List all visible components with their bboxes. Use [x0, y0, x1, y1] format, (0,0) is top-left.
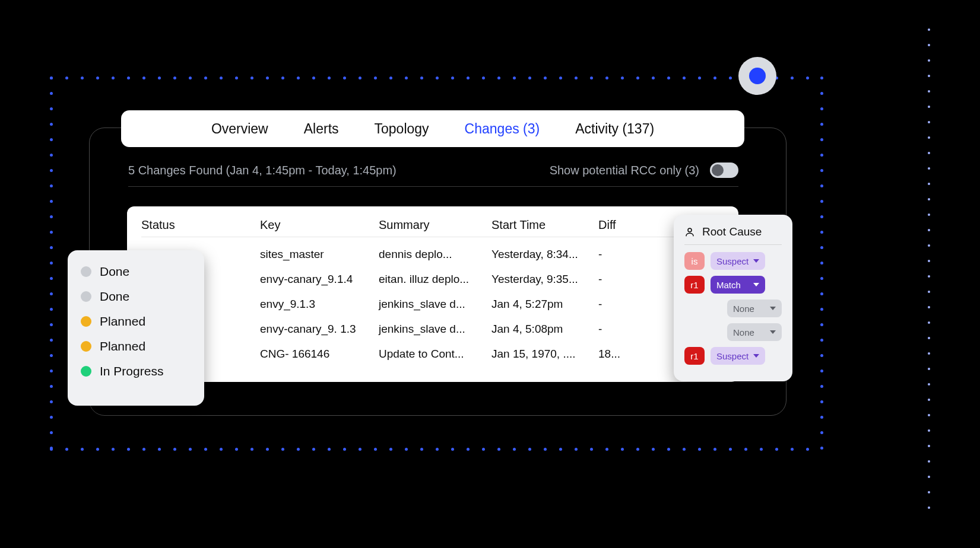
root-cause-panel: Root Cause isSuspectr1MatchNoneNoner1Sus… [674, 215, 792, 381]
cell-diff: - [598, 248, 646, 261]
table-row[interactable]: envy-canary_9. 1.3jenkins_slave d...Jan … [141, 317, 724, 342]
cell-diff: - [598, 273, 646, 286]
col-start-time: Start Time [491, 218, 598, 232]
cell-summary: jenkins_slave d... [379, 298, 491, 311]
table-row[interactable]: sites_masterdennis deplo...Yesterday, 8:… [141, 242, 724, 267]
tab-activity[interactable]: Activity (137) [575, 121, 654, 137]
changes-found-text: 5 Changes Found (Jan 4, 1:45pm - Today, … [128, 164, 397, 177]
col-summary: Summary [379, 218, 491, 232]
root-cause-row: r1Match [684, 276, 782, 294]
root-cause-value: None [733, 327, 754, 337]
filter-row: 5 Changes Found (Jan 4, 1:45pm - Today, … [128, 163, 738, 187]
chevron-down-icon [753, 354, 759, 358]
status-label: Done [100, 289, 129, 304]
cell-key: envy-canary_9. 1.3 [260, 323, 379, 336]
root-cause-select[interactable]: None [727, 300, 782, 317]
status-item: Planned [81, 339, 191, 353]
cell-start-time: Jan 4, 5:27pm [491, 298, 598, 311]
root-cause-row: None [684, 323, 782, 341]
tab-changes[interactable]: Changes (3) [465, 121, 540, 137]
root-cause-tag[interactable]: is [684, 252, 705, 270]
chevron-down-icon [753, 283, 759, 286]
cell-diff: 18... [598, 348, 646, 361]
person-icon [684, 227, 695, 237]
col-key: Key [260, 218, 379, 232]
root-cause-select[interactable]: None [727, 323, 782, 341]
status-dot-icon [81, 366, 91, 377]
cell-diff: - [598, 298, 646, 311]
root-cause-row: r1Suspect [684, 347, 782, 365]
cell-key: CNG- 166146 [260, 348, 379, 361]
tab-topology[interactable]: Topology [375, 121, 429, 137]
cell-key: envy-canary_9.1.4 [260, 273, 379, 286]
status-dot-icon [81, 266, 91, 277]
col-status: Status [141, 218, 260, 232]
table-row[interactable]: envy_9.1.3jenkins_slave d...Jan 4, 5:27p… [141, 292, 724, 317]
changes-table: Status Key Summary Start Time Diff sites… [127, 206, 738, 382]
root-cause-value: Match [716, 280, 741, 290]
cell-summary: jenkins_slave d... [379, 323, 491, 336]
root-cause-value: Suspect [716, 256, 749, 266]
chevron-down-icon [770, 330, 776, 334]
root-cause-row: isSuspect [684, 252, 782, 270]
root-cause-value: None [733, 304, 754, 314]
corner-indicator [738, 57, 776, 95]
cell-summary: Update to Cont... [379, 348, 491, 361]
cell-start-time: Yesterday, 9:35... [491, 273, 598, 286]
corner-indicator-dot [749, 68, 766, 84]
status-label: Planned [100, 314, 145, 329]
status-dot-icon [81, 341, 91, 352]
tabs-bar: Overview Alerts Topology Changes (3) Act… [121, 110, 744, 147]
table-row[interactable]: envy-canary_9.1.4eitan. illuz deplo...Ye… [141, 267, 724, 292]
cell-diff: - [598, 323, 646, 336]
tab-alerts[interactable]: Alerts [304, 121, 339, 137]
status-label: Done [100, 265, 129, 279]
rcc-filter-label: Show potential RCC only (3) [550, 164, 699, 177]
cell-key: envy_9.1.3 [260, 298, 379, 311]
svg-point-0 [688, 228, 692, 232]
root-cause-select[interactable]: Match [711, 276, 765, 294]
status-label: Planned [100, 339, 145, 353]
table-header-row: Status Key Summary Start Time Diff [141, 218, 724, 237]
root-cause-tag[interactable]: r1 [684, 347, 705, 365]
cell-key: sites_master [260, 248, 379, 261]
root-cause-row: None [684, 300, 782, 317]
tab-overview[interactable]: Overview [211, 121, 268, 137]
chevron-down-icon [753, 259, 759, 263]
chevron-down-icon [770, 307, 776, 310]
cell-start-time: Yesterday, 8:34... [491, 248, 598, 261]
cell-summary: eitan. illuz deplo... [379, 273, 491, 286]
root-cause-select[interactable]: Suspect [711, 347, 765, 365]
status-label: In Progress [100, 364, 163, 378]
status-item: Done [81, 289, 191, 304]
cell-summary: dennis deplo... [379, 248, 491, 261]
root-cause-select[interactable]: Suspect [711, 252, 765, 270]
status-item: In Progress [81, 364, 191, 378]
cell-start-time: Jan 4, 5:08pm [491, 323, 598, 336]
root-cause-header: Root Cause [684, 225, 782, 245]
cell-start-time: Jan 15, 1970, .... [491, 348, 598, 361]
status-legend: DoneDonePlannedPlanned In Progress [68, 250, 204, 406]
root-cause-tag[interactable]: r1 [684, 276, 705, 294]
root-cause-title: Root Cause [702, 225, 762, 238]
status-item: Done [81, 265, 191, 279]
status-dot-icon [81, 316, 91, 327]
status-dot-icon [81, 291, 91, 302]
col-diff: Diff [598, 218, 646, 232]
status-item: Planned [81, 314, 191, 329]
rcc-toggle[interactable] [710, 163, 738, 178]
table-row[interactable]: CNG- 166146Update to Cont...Jan 15, 1970… [141, 342, 724, 367]
root-cause-value: Suspect [716, 351, 749, 361]
toggle-knob [712, 164, 724, 176]
